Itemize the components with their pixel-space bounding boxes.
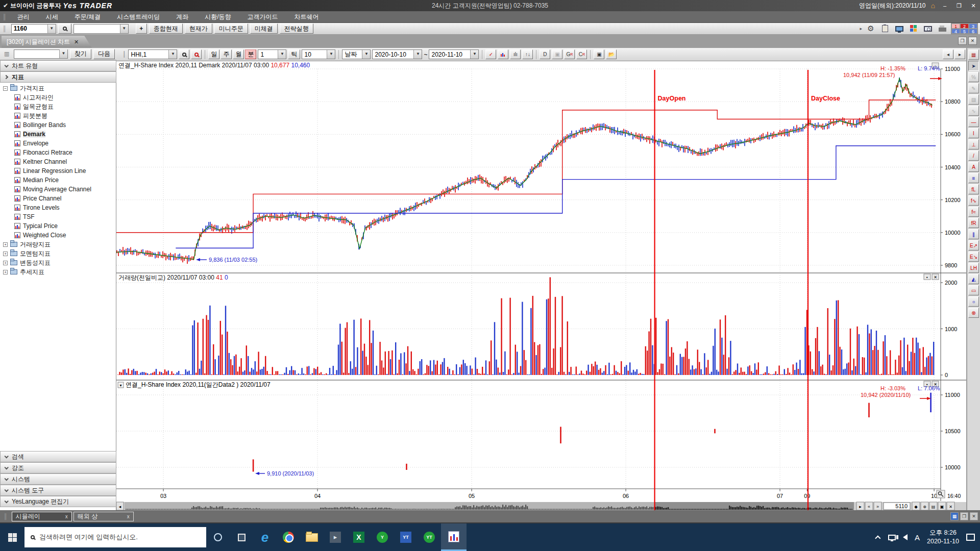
tree-item-TSF[interactable]: TSF (0, 212, 116, 221)
command-button-미니주문[interactable]: 미니주문 (214, 23, 248, 34)
tree-folder-변동성지표[interactable]: +변동성지표 (0, 258, 116, 267)
tree-item-일목균형표[interactable]: 일목균형표 (0, 102, 116, 111)
chevron-down-icon[interactable]: ▼ (47, 24, 56, 33)
pen-tool[interactable]: ✎ (968, 83, 979, 93)
taskbar-search-input[interactable]: 검색하려면 여기에 입력하십시오. (24, 527, 206, 547)
copy-chart-icon[interactable]: CR (576, 49, 587, 59)
screen-number-combo[interactable]: 1160 ▼ (11, 24, 56, 34)
minimize-button[interactable]: – (940, 2, 949, 10)
box-tool[interactable]: ▭ (968, 285, 979, 295)
tree-item-Median Price[interactable]: Median Price (0, 176, 116, 185)
taskbar-yestrader-active[interactable] (441, 523, 467, 551)
taskbar-media-app-icon[interactable]: ▸ (324, 523, 347, 551)
elliott-up-tool[interactable]: E↗ (968, 240, 979, 251)
erase-tool[interactable]: ⊗ (968, 308, 979, 318)
collapse-icon[interactable]: − (3, 86, 8, 91)
chevron-down-icon[interactable]: ▼ (59, 49, 67, 58)
taskbar-folder-icon[interactable] (300, 523, 324, 551)
period-button-분[interactable]: 분 (245, 49, 256, 59)
virtual-screen-slot-6[interactable]: 6 (969, 29, 977, 34)
tree-item-피봇분봉[interactable]: 피봇분봉 (0, 111, 116, 120)
tick-count-combo[interactable]: 10 ▼ (302, 49, 335, 59)
tree-folder-거래량지표[interactable]: +거래량지표 (0, 240, 116, 249)
bottom-tab-시뮬레이[interactable]: 시뮬레이x (12, 512, 72, 521)
command-button-현재가[interactable]: 현재가 (185, 23, 212, 34)
sidebar-panel-시스템[interactable]: 시스템 (0, 473, 116, 485)
add-screen-button[interactable]: + (136, 23, 147, 34)
taskbar-edge-icon[interactable]: e (253, 523, 277, 551)
cortana-button[interactable] (206, 523, 230, 551)
fibo-arc-tool[interactable]: f≈ (968, 207, 979, 217)
command-button-종합현재[interactable]: 종합현재 (149, 23, 183, 34)
new-page-icon[interactable]: D (540, 49, 550, 59)
tree-item-Keltner Channel[interactable]: Keltner Channel (0, 157, 116, 166)
fibo-retrace-tool[interactable]: fR (968, 218, 979, 228)
find-button[interactable]: 찾기 (70, 49, 91, 59)
lines-stack-tool[interactable]: ≡ (968, 173, 979, 183)
symbol-combo[interactable]: ▼ (74, 24, 129, 34)
anchor-line-tool[interactable]: ⊥ (968, 139, 979, 149)
next-button[interactable]: 다음 (93, 49, 115, 59)
date-to-combo[interactable]: 2020-11-10 ▼ (429, 49, 479, 59)
network-icon[interactable] (888, 535, 896, 540)
restore-button[interactable]: ❐ (954, 2, 964, 10)
settings-gear-icon[interactable]: ⚙ (865, 24, 876, 34)
wave-tool[interactable]: ∿ (968, 106, 979, 116)
compare-check-icon[interactable]: ✓ (485, 49, 496, 59)
circle-tool[interactable]: ○ (968, 296, 979, 307)
tree-item-Linear Regression Line[interactable]: Linear Regression Line (0, 166, 116, 176)
symbol-search-button[interactable] (179, 49, 189, 59)
taskbar-excel-icon[interactable]: X (347, 523, 371, 551)
save-chart-icon[interactable]: ▣ (594, 49, 604, 59)
horizontal-line-tool[interactable]: — (968, 117, 979, 127)
tree-item-Weighted Close[interactable]: Weighted Close (0, 231, 116, 240)
tab-close-icon[interactable]: ✕ (74, 39, 79, 45)
notification-center-icon[interactable] (966, 534, 975, 541)
indicator-search-combo[interactable]: ▼ (14, 49, 68, 59)
vertical-line-tool[interactable]: I (968, 128, 979, 138)
date-from-combo[interactable]: 2020-10-10 ▼ (372, 49, 422, 59)
reload-indicator-icon[interactable]: GR (564, 49, 575, 59)
parallel-line-tool[interactable]: ∥ (968, 229, 979, 239)
taskbar-yestrader-green-icon[interactable]: Y (371, 523, 394, 551)
expand-icon[interactable]: + (3, 242, 8, 247)
screenshot-camera-icon[interactable] (922, 24, 934, 34)
percent-tool[interactable]: % (968, 72, 979, 82)
ime-indicator[interactable]: A (915, 533, 920, 542)
tree-item-Moving Average Channel[interactable]: Moving Average Channel (0, 185, 116, 194)
home-icon[interactable]: ⌂ (931, 2, 935, 10)
task-view-button[interactable] (230, 523, 253, 551)
menu-item-시황/동향[interactable]: 시황/동향 (197, 11, 239, 23)
sidebar-panel-강조[interactable]: 강조 (0, 462, 116, 473)
printer-icon[interactable] (937, 24, 948, 34)
period-button-월[interactable]: 월 (233, 49, 244, 59)
tree-folder-추세지표[interactable]: +추세지표 (0, 267, 116, 277)
period-button-주[interactable]: 주 (220, 49, 232, 59)
trend-line-tool[interactable]: / (968, 151, 979, 161)
tree-item-Bollinger Bands[interactable]: Bollinger Bands (0, 120, 116, 130)
chevron-down-icon[interactable]: ▼ (168, 50, 177, 59)
virtual-screen-slot-5[interactable]: 5 (960, 29, 969, 34)
taskbar-yestrader-green2-icon[interactable]: YT (418, 523, 441, 551)
sidebar-panel-시스템 도구[interactable]: 시스템 도구 (0, 485, 116, 496)
tree-item-Typical Price[interactable]: Typical Price (0, 221, 116, 231)
start-button[interactable] (0, 523, 24, 551)
tree-item-Price Channel[interactable]: Price Channel (0, 194, 116, 203)
virtual-screen-slot-1[interactable]: 1 (951, 23, 960, 29)
expand-icon[interactable]: + (3, 270, 8, 274)
menu-item-시스템트레이딩[interactable]: 시스템트레이딩 (109, 11, 168, 23)
menu-item-시세[interactable]: 시세 (38, 11, 66, 23)
low-high-tool[interactable]: LH (968, 263, 979, 273)
simulation-chart[interactable]: 9800100001020010400106001080011000010002… (116, 61, 966, 510)
taskbar-clock[interactable]: 오후 8:26 2020-11-10 (927, 529, 959, 546)
virtual-screen-slot-4[interactable]: 4 (951, 29, 960, 34)
tree-folder-가격지표[interactable]: −가격지표 (0, 84, 116, 93)
window-close-button[interactable]: ✕ (970, 512, 978, 520)
menu-item-계좌[interactable]: 계좌 (168, 11, 197, 23)
virtual-screen-slot-3[interactable]: 3 (969, 23, 977, 29)
virtual-screen-slot-2[interactable]: 2 (960, 23, 969, 29)
tv-view-icon[interactable]: ▣ (552, 49, 562, 59)
toolbar-scroll-right-icon[interactable]: ▸ (954, 49, 965, 59)
chevron-down-icon[interactable]: ▼ (470, 50, 478, 59)
toolbar-overflow-icon[interactable]: ▸ (860, 26, 862, 31)
